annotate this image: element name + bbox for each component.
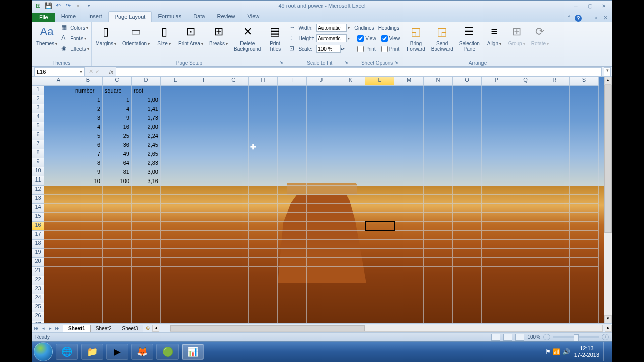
cell-Q1[interactable] bbox=[511, 86, 540, 95]
cell-N3[interactable] bbox=[424, 104, 453, 113]
cell-G1[interactable] bbox=[219, 86, 249, 95]
cell-A5[interactable] bbox=[44, 122, 73, 131]
cell-M25[interactable] bbox=[394, 303, 424, 312]
row-header-20[interactable]: 20 bbox=[32, 258, 44, 267]
cell-R4[interactable] bbox=[540, 113, 570, 122]
cell-F24[interactable] bbox=[190, 294, 219, 303]
col-header-M[interactable]: M bbox=[394, 77, 424, 86]
cell-E1[interactable] bbox=[161, 86, 190, 95]
cell-J27[interactable] bbox=[307, 321, 336, 323]
cell-F23[interactable] bbox=[190, 285, 219, 294]
cell-A24[interactable] bbox=[44, 294, 73, 303]
cell-E2[interactable] bbox=[161, 95, 190, 104]
cell-G15[interactable] bbox=[219, 213, 249, 222]
cell-H23[interactable] bbox=[249, 285, 278, 294]
cell-A7[interactable] bbox=[44, 140, 73, 149]
cell-Q27[interactable] bbox=[511, 321, 540, 323]
cell-K1[interactable] bbox=[336, 86, 365, 95]
cell-Q10[interactable] bbox=[511, 167, 540, 176]
cell-Q24[interactable] bbox=[511, 294, 540, 303]
cell-A15[interactable] bbox=[44, 213, 73, 222]
cell-K15[interactable] bbox=[336, 213, 365, 222]
cell-H17[interactable] bbox=[249, 231, 278, 240]
cell-Q20[interactable] bbox=[511, 258, 540, 267]
cell-M10[interactable] bbox=[394, 167, 424, 176]
cell-R25[interactable] bbox=[540, 303, 570, 312]
row-header-22[interactable]: 22 bbox=[32, 276, 44, 285]
cell-Q13[interactable] bbox=[511, 195, 540, 204]
cell-D5[interactable]: 2,00 bbox=[132, 122, 161, 131]
cell-C17[interactable] bbox=[103, 231, 132, 240]
cell-O12[interactable] bbox=[453, 186, 482, 195]
page-setup-launcher-icon[interactable]: ⬊ bbox=[279, 60, 284, 65]
cell-G17[interactable] bbox=[219, 231, 249, 240]
cell-F11[interactable] bbox=[190, 176, 219, 186]
cell-E25[interactable] bbox=[161, 303, 190, 312]
col-header-B[interactable]: B bbox=[73, 77, 103, 86]
cell-O11[interactable] bbox=[453, 176, 482, 186]
cell-J10[interactable] bbox=[307, 167, 336, 176]
cell-F17[interactable] bbox=[190, 231, 219, 240]
cell-C22[interactable] bbox=[103, 276, 132, 285]
cell-G22[interactable] bbox=[219, 276, 249, 285]
sheet-tab-sheet2[interactable]: Sheet2 bbox=[90, 325, 117, 332]
cell-H16[interactable] bbox=[249, 222, 278, 231]
cell-R12[interactable] bbox=[540, 186, 570, 195]
redo-icon[interactable]: ↷ bbox=[64, 2, 72, 10]
cell-F21[interactable] bbox=[190, 267, 219, 276]
cell-D17[interactable] bbox=[132, 231, 161, 240]
cell-E13[interactable] bbox=[161, 195, 190, 204]
cell-K18[interactable] bbox=[336, 240, 365, 249]
cell-C21[interactable] bbox=[103, 267, 132, 276]
row-header-14[interactable]: 14 bbox=[32, 204, 44, 213]
cell-F20[interactable] bbox=[190, 258, 219, 267]
cell-A6[interactable] bbox=[44, 131, 73, 140]
qat-customize-icon[interactable]: ▾ bbox=[85, 2, 93, 10]
cell-J4[interactable] bbox=[307, 113, 336, 122]
cell-A11[interactable] bbox=[44, 176, 73, 186]
cell-A26[interactable] bbox=[44, 312, 73, 321]
cell-S10[interactable] bbox=[570, 167, 599, 176]
cell-H25[interactable] bbox=[249, 303, 278, 312]
cell-Q7[interactable] bbox=[511, 140, 540, 149]
cell-A13[interactable] bbox=[44, 195, 73, 204]
cell-D14[interactable] bbox=[132, 204, 161, 213]
row-header-9[interactable]: 9 bbox=[32, 158, 44, 167]
sheet-nav-last-button[interactable]: ⏭ bbox=[54, 326, 60, 331]
cell-O1[interactable] bbox=[453, 86, 482, 95]
cell-K14[interactable] bbox=[336, 204, 365, 213]
col-header-E[interactable]: E bbox=[161, 77, 190, 86]
cell-L3[interactable] bbox=[365, 104, 394, 113]
cell-J22[interactable] bbox=[307, 276, 336, 285]
cell-B26[interactable] bbox=[73, 312, 103, 321]
cell-F7[interactable] bbox=[190, 140, 219, 149]
cell-S18[interactable] bbox=[570, 240, 599, 249]
cell-R3[interactable] bbox=[540, 104, 570, 113]
cell-P8[interactable] bbox=[482, 149, 511, 158]
cell-G12[interactable] bbox=[219, 186, 249, 195]
cell-A14[interactable] bbox=[44, 204, 73, 213]
cell-I3[interactable] bbox=[278, 104, 307, 113]
vertical-scrollbar[interactable]: ▴ ▾ bbox=[604, 77, 612, 323]
cell-C10[interactable]: 81 bbox=[103, 167, 132, 176]
cell-P1[interactable] bbox=[482, 86, 511, 95]
cell-F12[interactable] bbox=[190, 186, 219, 195]
cell-J14[interactable] bbox=[307, 204, 336, 213]
cell-B16[interactable] bbox=[73, 222, 103, 231]
row-header-2[interactable]: 2 bbox=[32, 95, 44, 104]
cell-L1[interactable] bbox=[365, 86, 394, 95]
cell-M14[interactable] bbox=[394, 204, 424, 213]
cell-N8[interactable] bbox=[424, 149, 453, 158]
theme-effects-button[interactable]: ◉Effects▾ bbox=[61, 44, 89, 54]
cell-I19[interactable] bbox=[278, 249, 307, 258]
cell-H14[interactable] bbox=[249, 204, 278, 213]
cell-K4[interactable] bbox=[336, 113, 365, 122]
cell-L5[interactable] bbox=[365, 122, 394, 131]
cell-E23[interactable] bbox=[161, 285, 190, 294]
cell-M20[interactable] bbox=[394, 258, 424, 267]
cell-C8[interactable]: 49 bbox=[103, 149, 132, 158]
cell-S27[interactable] bbox=[570, 321, 599, 323]
cell-S25[interactable] bbox=[570, 303, 599, 312]
cell-S19[interactable] bbox=[570, 249, 599, 258]
col-header-H[interactable]: H bbox=[249, 77, 278, 86]
